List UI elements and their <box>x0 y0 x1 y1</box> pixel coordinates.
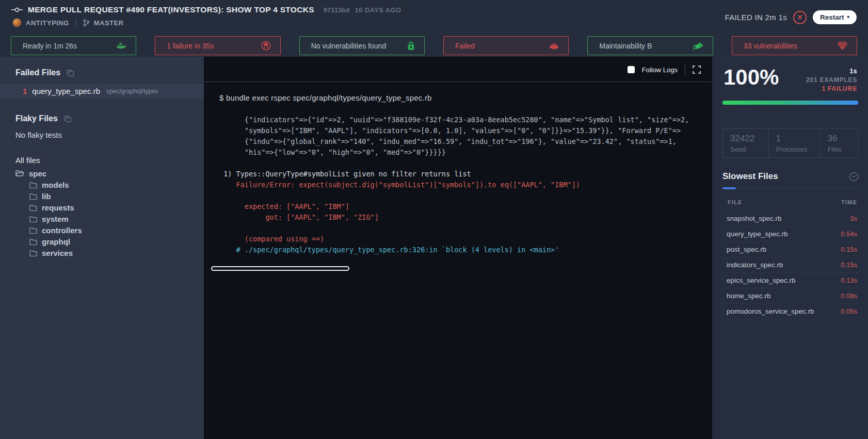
failures-count: 1 FAILURE <box>806 85 857 93</box>
rubocop-icon <box>261 41 271 51</box>
no-flaky-tests-text: No flaky tests <box>0 129 204 140</box>
commit-hash: 97113b4 <box>324 6 350 14</box>
table-row[interactable]: home_spec.rb 0.08s <box>722 288 858 304</box>
table-row[interactable]: snapshot_spec.rb 3s <box>722 211 858 226</box>
folder-icon <box>29 182 37 188</box>
lock-icon <box>407 41 415 51</box>
badge-vulnerabilities-none[interactable]: No vulnerabilities found <box>299 36 425 55</box>
log-line: "his"=>{"low"=>"0", "high"=>"0", "med"=>… <box>219 147 702 158</box>
commit-age: 10 DAYS AGO <box>355 6 401 14</box>
collapse-icon[interactable]: − <box>849 172 858 181</box>
ruby-gem-icon <box>838 41 847 50</box>
failed-files-heading: Failed Files <box>15 68 60 77</box>
copy-icon[interactable] <box>64 115 72 123</box>
terminal-command: $ bundle exec rspec spec/graphql/types/q… <box>219 93 702 102</box>
tree-folder-requests[interactable]: requests <box>0 202 204 213</box>
stat-seed: 32422 Seed <box>722 128 769 158</box>
pass-percentage: 100% <box>724 66 779 89</box>
log-line-got: got: ["AAPL", "IBM", "ZIG"] <box>219 212 702 223</box>
tree-folder-controllers[interactable]: controllers <box>0 224 204 236</box>
table-row[interactable]: epics_service_spec.rb 0.13s <box>722 273 858 288</box>
flaky-files-heading: Flaky Files <box>15 114 58 123</box>
tree-folder-system[interactable]: system <box>0 213 204 224</box>
badge-label: 1 failure in 35s <box>167 42 214 50</box>
tree-folder-graphql[interactable]: graphql <box>0 236 204 247</box>
column-file: FILE <box>728 199 743 205</box>
badge-label: Maintainability B <box>599 42 652 50</box>
horizontal-scrollbar[interactable] <box>211 266 349 271</box>
log-line-failure-title: 1) Types::QueryType#symbolList given no … <box>219 169 702 180</box>
failed-file-row[interactable]: 1 query_type_spec.rb spec/graphql/types <box>0 84 204 99</box>
tree-folder-services[interactable]: services <box>0 247 204 258</box>
divider <box>76 19 76 27</box>
follow-logs-checkbox[interactable] <box>628 66 635 73</box>
folder-icon <box>29 216 37 222</box>
folder-icon <box>29 238 37 245</box>
git-branch-icon <box>83 19 90 27</box>
badge-label: 33 vulnerabilities <box>744 42 797 50</box>
progress-bar <box>722 101 858 105</box>
run-stats: 32422 Seed 1 Processes 36 Files <box>722 128 858 158</box>
folder-icon <box>29 193 37 200</box>
log-line-expected: expected: ["AAPL", "IBM"] <box>219 201 702 212</box>
avatar <box>12 18 22 27</box>
terminal-log-panel: Follow Logs $ bundle exec rspec spec/gra… <box>204 57 712 439</box>
badge-rubocop-failure[interactable]: 1 failure in 35s <box>155 36 280 55</box>
log-line: {"indu"=>{"global_rank"=>"140", "indu_me… <box>219 136 702 147</box>
log-line-compared: (compared using ==) <box>219 234 702 245</box>
left-sidebar: Failed Files 1 query_type_spec.rb spec/g… <box>0 57 204 439</box>
right-sidebar: 100% 1s 201 EXAMPLES 1 FAILURE 32422 See… <box>712 57 868 439</box>
log-line-failure-error: Failure/Error: expect(subject.dig("symbo… <box>219 180 702 190</box>
folder-icon <box>29 250 37 256</box>
failed-circle-icon: ✕ <box>793 11 807 24</box>
copy-icon[interactable] <box>67 69 74 77</box>
folder-icon <box>29 204 37 211</box>
slowest-divider <box>722 188 858 189</box>
all-files-heading: All files <box>0 156 204 165</box>
table-row[interactable]: indicators_spec.rb 0.15s <box>722 257 858 273</box>
slowest-files-table: FILE TIME snapshot_spec.rb 3s query_type… <box>722 197 858 319</box>
duration-text: 1s <box>806 67 857 76</box>
badge-hound-failed[interactable]: Failed <box>443 36 569 55</box>
badge-label: No vulnerabilities found <box>311 42 387 50</box>
badge-docker-ready[interactable]: Ready in 1m 26s <box>11 36 136 55</box>
column-time: TIME <box>841 199 857 205</box>
log-line: {"indicators"=>{"id"=>2, "uuid"=>"f38810… <box>219 115 702 125</box>
table-row[interactable]: query_type_spec.rb 0.54s <box>722 226 858 242</box>
tree-folder-models[interactable]: models <box>0 179 204 190</box>
stat-processes: 1 Processes <box>769 128 821 158</box>
restart-button[interactable]: Restart ▾ <box>813 10 857 24</box>
branch-name: MASTER <box>94 19 124 27</box>
divider <box>685 64 685 75</box>
tree-folder-spec[interactable]: spec <box>0 168 204 179</box>
failed-file-path: spec/graphql/types <box>106 88 158 95</box>
badge-vulnerabilities-count[interactable]: 33 vulnerabilities <box>732 36 857 55</box>
tree-folder-label: spec <box>29 169 46 178</box>
terminal-output: $ bundle exec rspec spec/graphql/types/q… <box>204 82 712 271</box>
top-bar: MERGE PULL REQUEST #490 FEAT(INVESTORS):… <box>0 0 868 32</box>
log-line-backtrace: # ./spec/graphql/types/query_type_spec.r… <box>219 245 702 255</box>
codeclimate-icon <box>693 41 703 51</box>
table-row[interactable]: pomodoros_service_spec.rb 0.05s <box>722 304 858 319</box>
failed-file-name: query_type_spec.rb <box>32 87 100 95</box>
table-row[interactable]: post_spec.rb 0.15s <box>722 242 858 257</box>
page-title: MERGE PULL REQUEST #490 FEAT(INVESTORS):… <box>28 5 314 14</box>
hound-icon <box>548 41 559 50</box>
status-badges-row: Ready in 1m 26s 1 failure in 35s No vuln… <box>0 32 868 57</box>
docker-icon <box>116 42 126 50</box>
slowest-files-heading: Slowest Files <box>722 171 778 182</box>
badge-label: Ready in 1m 26s <box>23 42 77 50</box>
stat-files: 36 Files <box>821 128 858 158</box>
author-name: ANTITYPING <box>26 19 69 27</box>
restart-label: Restart <box>820 13 844 21</box>
build-status-text: FAILED IN 2m 1s <box>725 13 787 22</box>
badge-label: Failed <box>455 42 475 50</box>
follow-logs-label[interactable]: Follow Logs <box>642 66 678 74</box>
badge-maintainability[interactable]: Maintainability B <box>587 36 713 55</box>
file-tree: spec models lib requests system <box>0 168 204 258</box>
examples-count: 201 EXAMPLES <box>806 76 857 85</box>
fullscreen-icon[interactable] <box>693 66 701 74</box>
tree-folder-lib[interactable]: lib <box>0 190 204 202</box>
failure-count: 1 <box>23 87 27 95</box>
folder-open-icon <box>15 170 24 177</box>
